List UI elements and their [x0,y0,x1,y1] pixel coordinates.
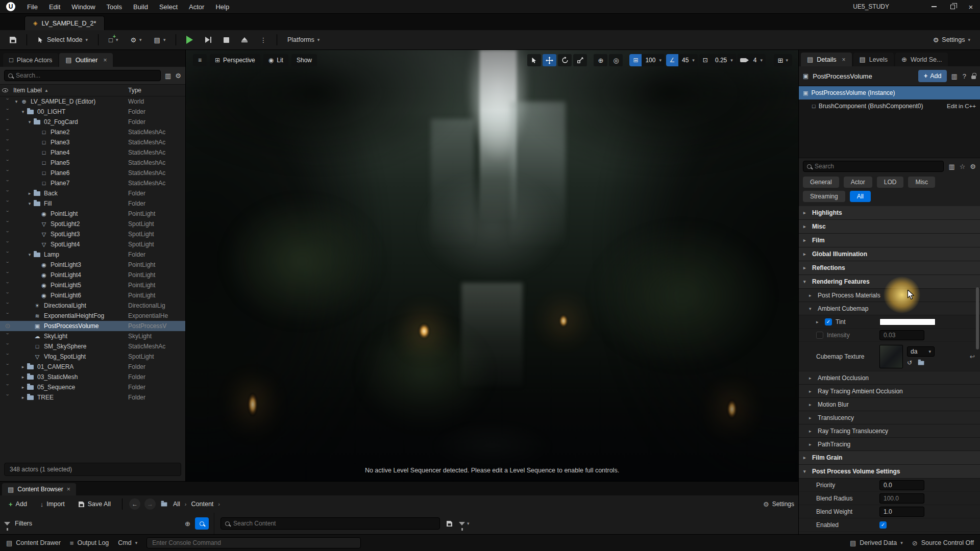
reset-to-default-icon[interactable]: ↩ [970,353,975,360]
filter-all[interactable]: All [850,191,871,202]
column-item-label[interactable]: Item Label ▲ [13,87,128,94]
expander-icon[interactable]: ▸ [27,191,33,196]
eye-closed-icon[interactable]: ˘ [2,99,13,104]
outliner-row-01-camera[interactable]: ˘▸01_CAMERAFolder [0,362,185,372]
perspective-dropdown[interactable]: ⊞ Perspective [210,54,260,66]
use-selected-icon[interactable]: ↺ [907,359,912,366]
filter-funnel-icon[interactable] [4,522,10,525]
tab-outliner[interactable]: ▤ Outliner × [59,53,113,67]
add-content-button[interactable]: □+ ▾ [104,33,122,47]
value-field[interactable]: 0.03 [879,330,924,340]
outliner-row-spotlight2[interactable]: ˘▽SpotLight2SpotLight [0,219,185,229]
section-highlights[interactable]: ▸Highlights [799,206,980,220]
eye-open-icon[interactable]: ⊙ [2,323,13,329]
eye-closed-icon[interactable]: ˘ [2,191,13,196]
eye-closed-icon[interactable]: ˘ [2,303,13,308]
details-settings-icon[interactable]: ⚙ [970,163,976,170]
menu-tools[interactable]: Tools [101,0,128,14]
value-field[interactable]: 0.0 [879,480,924,490]
content-search-input[interactable] [233,520,435,527]
close-icon[interactable]: × [67,486,70,493]
outliner-row-spotlight3[interactable]: ˘▽SpotLight3SpotLight [0,229,185,239]
edit-in-cpp-link[interactable]: Edit in C++ [947,103,976,109]
eye-closed-icon[interactable]: ˘ [2,252,13,257]
menu-file[interactable]: File [21,0,43,14]
surface-snapping-button[interactable]: ◎ [609,54,623,66]
rotation-snap-control[interactable]: ∠ 45 ▾ [666,54,698,66]
section-misc[interactable]: ▸Misc [799,220,980,234]
select-tool-button[interactable] [527,54,541,66]
eye-closed-icon[interactable]: ˘ [2,232,13,237]
outliner-row-spotlight4[interactable]: ˘▽SpotLight4SpotLight [0,239,185,249]
platforms-dropdown[interactable]: Platforms ▾ [283,33,324,47]
move-tool-button[interactable] [543,54,556,66]
add-filter-icon[interactable]: ⊕ [185,520,190,528]
close-icon[interactable]: × [842,56,846,63]
scale-tool-button[interactable] [573,54,587,66]
derived-data-button[interactable]: ▤ Derived Data ▾ [850,539,903,547]
content-browser-settings[interactable]: ⚙ Settings [763,500,794,508]
play-options-button[interactable]: ⋮ [255,33,271,47]
outliner-row-tree[interactable]: ˘▸TREEFolder [0,392,185,403]
expander-icon[interactable]: ▸ [20,395,26,400]
expander-icon[interactable]: ▸ [816,319,821,324]
output-log-button[interactable]: ≡ Output Log [70,539,109,547]
section-global-illumination[interactable]: ▸Global Illumination [799,247,980,261]
outliner-row-pointlight4[interactable]: ˘◉PointLight4PointLight [0,270,185,280]
lock-icon[interactable] [971,76,976,79]
value-field[interactable]: 1.0 [879,507,924,517]
path-folder-icon[interactable] [161,502,167,506]
import-button[interactable]: ↓ Import [36,497,69,511]
outliner-row-lv-sample-d-editor-[interactable]: ˘▾⊕LV_SAMPLE_D (Editor)World [0,96,185,107]
eye-closed-icon[interactable]: ˘ [2,283,13,288]
help-icon[interactable]: ? [963,72,966,80]
navigate-back-button[interactable]: ← [129,498,140,510]
section-ray-tracing-ambient-occlusion[interactable]: ▸Ray Tracing Ambient Occlusion [799,385,980,398]
section-ambient-cubemap[interactable]: ▾Ambient Cubemap [799,302,980,315]
eye-closed-icon[interactable]: ˘ [2,344,13,349]
eye-closed-icon[interactable]: ˘ [2,109,13,114]
menu-edit[interactable]: Edit [43,0,66,14]
eye-closed-icon[interactable]: ˘ [2,242,13,247]
eject-button[interactable] [237,33,252,47]
outliner-row-plane2[interactable]: ˘□Plane2StaticMeshAc [0,127,185,137]
view-filter-dropdown[interactable]: ▾ [459,521,470,526]
menu-actor[interactable]: Actor [183,0,210,14]
eye-closed-icon[interactable]: ˘ [2,364,13,369]
settings-dropdown[interactable]: ⚙ Settings ▾ [928,33,975,47]
eye-closed-icon[interactable]: ˘ [2,119,13,124]
save-search-icon[interactable] [447,520,452,526]
section-pathtracing[interactable]: ▸PathTracing [799,438,980,451]
filter-general[interactable]: General [803,177,839,188]
select-mode-dropdown[interactable]: Select Mode ▾ [33,33,92,47]
outliner-row-00-light[interactable]: ˘▾00_LIGHTFolder [0,107,185,117]
eye-closed-icon[interactable]: ˘ [2,262,13,267]
console-command-field[interactable] [146,537,361,548]
outliner-row-sm-skysphere[interactable]: ˘□SM_SkySphereStaticMeshAc [0,341,185,352]
eye-closed-icon[interactable]: ˘ [2,160,13,165]
eye-closed-icon[interactable]: ˘ [2,181,13,186]
filter-actor[interactable]: Actor [844,177,872,188]
blueprints-button[interactable]: ⚙ ▾ [126,33,146,47]
checkbox[interactable] [816,332,823,339]
filter-misc[interactable]: Misc [908,177,935,188]
close-button[interactable]: × [962,0,980,14]
menu-build[interactable]: Build [128,0,154,14]
breadcrumb-all[interactable]: All [173,500,180,508]
outliner-row-pointlight6[interactable]: ˘◉PointLight6PointLight [0,290,185,300]
outliner-row-pointlight[interactable]: ˘◉PointLightPointLight [0,209,185,219]
section-ambient-occlusion[interactable]: ▸Ambient Occlusion [799,371,980,385]
eye-closed-icon[interactable]: ˘ [2,374,13,380]
viewport-layout-button[interactable]: ⊞ ▾ [774,54,792,66]
eye-closed-icon[interactable]: ˘ [2,313,13,318]
expander-icon[interactable]: ▸ [20,385,26,390]
asset-picker-combo[interactable]: da▾ [907,346,935,357]
eye-closed-icon[interactable]: ˘ [2,395,13,400]
component-row-brush[interactable]: □ BrushComponent (BrushComponent0) Edit … [799,99,980,113]
outliner-search-field[interactable] [4,70,161,81]
camera-speed-control[interactable]: 4 ▾ [738,54,766,66]
details-search-input[interactable] [815,163,940,170]
texture-thumbnail[interactable] [879,345,903,368]
frame-skip-button[interactable] [201,33,216,47]
expander-icon[interactable]: ▾ [27,201,33,206]
